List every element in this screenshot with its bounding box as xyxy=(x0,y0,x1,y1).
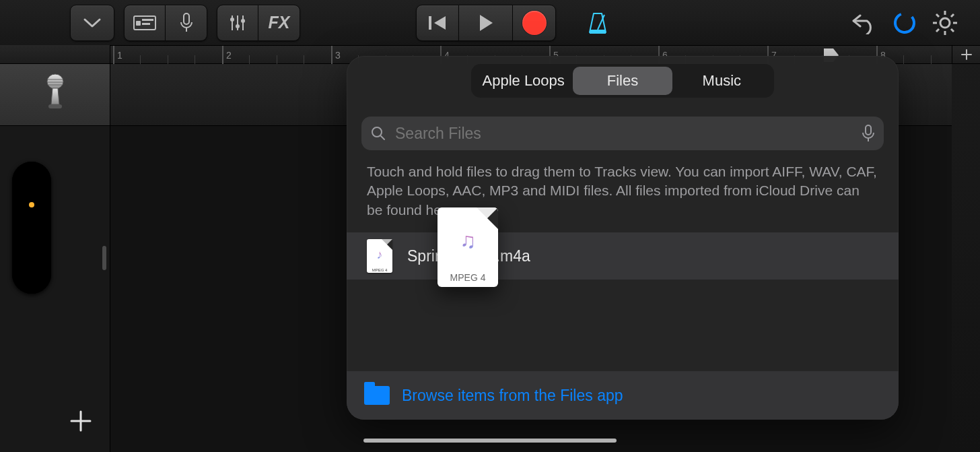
settings-button[interactable] xyxy=(925,5,965,41)
browse-files-link[interactable]: Browse items from the Files app xyxy=(402,387,623,405)
browse-files-app-row[interactable]: Browse items from the Files app xyxy=(347,371,899,420)
ruler-marker: 3 xyxy=(335,50,341,61)
folder-icon xyxy=(364,386,390,405)
loop-browser-icon xyxy=(891,9,918,36)
svg-rect-4 xyxy=(184,13,189,24)
svg-point-25 xyxy=(47,74,63,89)
file-thumbnail: ♪ MPEG 4 xyxy=(367,239,392,273)
svg-rect-2 xyxy=(142,19,153,21)
browser-tab-segmented: Apple Loops Files Music xyxy=(471,64,774,98)
gear-icon xyxy=(932,9,958,36)
svg-rect-26 xyxy=(48,104,62,108)
tab-apple-loops[interactable]: Apple Loops xyxy=(474,67,573,95)
undo-icon xyxy=(851,11,878,34)
svg-rect-1 xyxy=(136,21,141,26)
ruler-marker: 1 xyxy=(117,50,123,61)
svg-point-16 xyxy=(940,18,950,28)
mic-icon xyxy=(180,13,193,33)
search-bar[interactable] xyxy=(361,117,884,150)
play-button[interactable] xyxy=(459,5,513,41)
record-icon xyxy=(522,11,547,35)
scroll-handle[interactable] xyxy=(102,246,106,270)
loop-browser-button[interactable] xyxy=(884,5,925,41)
svg-point-10 xyxy=(236,24,240,28)
file-list-row[interactable]: ♪ MPEG 4 Sprint record.m4a xyxy=(347,232,899,280)
loop-browser-popover: Apple Loops Files Music Touch and hold f… xyxy=(347,56,899,420)
svg-line-23 xyxy=(951,14,954,17)
svg-rect-3 xyxy=(142,23,150,25)
drag-ghost-label: MPEG 4 xyxy=(438,272,498,283)
undo-button[interactable] xyxy=(844,5,884,41)
view-menu-button[interactable] xyxy=(70,5,114,41)
metronome-icon xyxy=(584,9,611,36)
home-indicator xyxy=(363,439,617,443)
svg-line-31 xyxy=(381,136,384,139)
svg-point-15 xyxy=(891,9,917,36)
chevron-down-icon xyxy=(83,18,102,28)
slider-thumb-indicator xyxy=(29,202,34,207)
app-root: FX xyxy=(0,0,980,452)
track-controls-button[interactable] xyxy=(217,5,258,41)
plus-icon xyxy=(960,49,973,61)
svg-point-11 xyxy=(241,19,245,23)
record-button[interactable] xyxy=(513,5,556,41)
go-to-beginning-button[interactable] xyxy=(416,5,459,41)
tab-files[interactable]: Files xyxy=(573,67,672,95)
tab-music[interactable]: Music xyxy=(672,67,771,95)
svg-rect-12 xyxy=(429,16,431,30)
play-icon xyxy=(478,13,494,32)
dragging-file-ghost: ♫ MPEG 4 xyxy=(438,207,498,287)
svg-line-22 xyxy=(951,29,954,32)
tracks-view-button[interactable] xyxy=(124,5,166,41)
sliders-icon xyxy=(228,13,248,33)
search-icon xyxy=(371,126,386,141)
svg-point-30 xyxy=(372,127,382,137)
ruler-marker: 2 xyxy=(226,50,232,61)
dictation-mic-icon[interactable] xyxy=(862,125,874,142)
mic-input-button[interactable] xyxy=(166,5,207,41)
add-section-button[interactable] xyxy=(952,45,980,64)
tracks-view-icon xyxy=(133,15,156,30)
add-track-button[interactable] xyxy=(62,402,100,440)
svg-line-24 xyxy=(936,29,939,32)
fx-button[interactable]: FX xyxy=(258,5,300,41)
input-level-slider[interactable] xyxy=(12,162,51,294)
microphone-track-icon xyxy=(39,73,71,117)
rewind-icon xyxy=(427,14,448,32)
track-header-audio[interactable] xyxy=(0,64,110,126)
svg-line-21 xyxy=(936,14,939,17)
svg-point-9 xyxy=(230,18,234,22)
svg-rect-32 xyxy=(866,125,871,135)
plus-icon xyxy=(67,408,94,434)
vertical-scrollbar[interactable] xyxy=(101,126,110,452)
metronome-button[interactable] xyxy=(580,5,615,41)
svg-rect-14 xyxy=(590,30,606,34)
search-input[interactable] xyxy=(395,125,853,143)
top-toolbar: FX xyxy=(0,0,980,45)
